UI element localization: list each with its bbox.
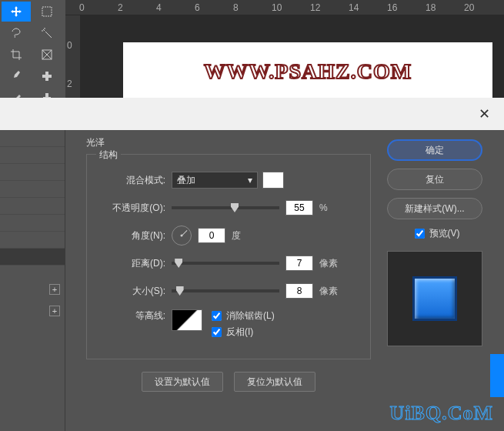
artboard[interactable]: WWW.PSAHZ.COM — [123, 42, 492, 100]
antialias-checkbox[interactable]: 消除锯齿(L) — [212, 309, 275, 322]
invert-checkbox[interactable]: 反相(I) — [212, 326, 275, 339]
ruler-vertical: 02 — [65, 15, 81, 98]
canvas-area: 02 WWW.PSAHZ.COM — [65, 15, 504, 98]
right-edge-strip — [490, 354, 504, 397]
contour-label: 等高线: — [101, 309, 172, 322]
preview-checkbox[interactable]: 预览(V) — [415, 227, 460, 240]
blend-mode-select[interactable]: 叠加▾ — [172, 172, 258, 189]
close-icon[interactable]: ✕ — [479, 105, 490, 122]
dialog-titlebar: ✕ — [0, 98, 504, 130]
crop-tool[interactable] — [2, 45, 31, 65]
structure-group: 结构 混合模式: 叠加▾ 不透明度(O): % 角度(N): 度 距离(D): — [86, 154, 371, 359]
styles-list: + + — [0, 130, 65, 431]
list-item[interactable] — [0, 164, 65, 181]
eyedropper-tool[interactable] — [2, 66, 31, 86]
list-item[interactable] — [0, 181, 65, 198]
reset-button[interactable]: 复位 — [387, 169, 482, 190]
list-item[interactable] — [0, 198, 65, 215]
marquee-tool[interactable] — [32, 2, 62, 22]
svg-rect-0 — [42, 7, 52, 16]
ok-button[interactable]: 确定 — [387, 139, 482, 161]
move-tool[interactable] — [2, 2, 31, 22]
wand-tool[interactable] — [32, 23, 62, 43]
blend-mode-label: 混合模式: — [101, 174, 172, 187]
preview-box — [387, 251, 482, 346]
new-style-button[interactable]: 新建样式(W)... — [387, 198, 482, 219]
opacity-label: 不透明度(O): — [101, 202, 172, 215]
frame-tool[interactable] — [32, 45, 62, 65]
list-item[interactable] — [0, 232, 65, 249]
opacity-input[interactable] — [285, 200, 313, 216]
set-default-button[interactable]: 设置为默认值 — [142, 372, 223, 392]
canvas-watermark: WWW.PSAHZ.COM — [204, 59, 412, 84]
group-label: 结构 — [96, 149, 121, 162]
opacity-slider[interactable] — [172, 206, 279, 209]
reset-default-button[interactable]: 复位为默认值 — [234, 372, 315, 392]
toolbar — [0, 0, 65, 98]
distance-slider[interactable] — [172, 262, 279, 265]
angle-label: 角度(N): — [101, 229, 172, 242]
dialog-body: + + 光泽 结构 混合模式: 叠加▾ 不透明度(O): % 角度(N): 度 — [0, 130, 504, 431]
list-item[interactable] — [0, 130, 65, 147]
ruler-horizontal: 02468101214161820 — [65, 0, 504, 15]
section-title: 光泽 — [86, 136, 371, 149]
lasso-tool[interactable] — [2, 23, 31, 43]
chevron-down-icon: ▾ — [248, 175, 252, 185]
contour-picker[interactable] — [172, 309, 202, 331]
angle-input[interactable] — [198, 228, 225, 243]
color-swatch[interactable] — [262, 172, 284, 189]
opacity-unit: % — [319, 202, 328, 213]
footer-watermark: UiBQ.CoM — [390, 402, 493, 425]
distance-unit: 像素 — [319, 257, 338, 270]
list-item-selected[interactable] — [0, 249, 65, 266]
list-item[interactable] — [0, 147, 65, 164]
size-unit: 像素 — [319, 285, 338, 298]
list-item[interactable] — [0, 215, 65, 232]
add-icon[interactable]: + — [49, 284, 60, 295]
size-slider[interactable] — [172, 289, 279, 292]
size-input[interactable] — [285, 283, 313, 299]
healing-tool[interactable] — [32, 66, 62, 86]
distance-input[interactable] — [285, 256, 313, 271]
svg-rect-3 — [45, 72, 48, 81]
angle-unit: 度 — [232, 229, 241, 242]
size-label: 大小(S): — [101, 285, 172, 298]
add-icon[interactable]: + — [49, 306, 60, 316]
preview-swatch — [412, 276, 457, 321]
distance-label: 距离(D): — [101, 257, 172, 270]
angle-dial[interactable] — [172, 226, 192, 246]
